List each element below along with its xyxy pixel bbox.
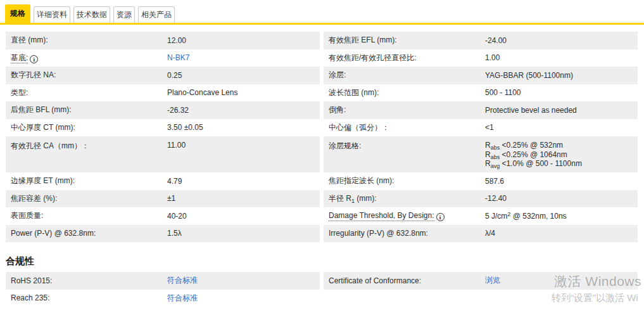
spec-column-left: 直径 (mm): 12.00 基底:i N-BK7 数字孔径 NA: 0.25 … [6, 32, 320, 242]
spec-row-efl: 有效焦距 EFL (mm): -24.00 [324, 32, 638, 49]
spec-column-right: 有效焦距 EFL (mm): -24.00 有效焦距/有效孔径直径比: 1.00… [324, 32, 638, 242]
spec-value: Protective bevel as needed [485, 106, 638, 115]
compliance-label: Reach 235: [6, 293, 167, 302]
spec-label: 中心厚度 CT (mm): [6, 122, 167, 133]
spec-row-coating-spec: 涂层规格: Rabs <0.25% @ 532nm Rabs <0.25% @ … [324, 136, 638, 172]
spec-label: 边缘厚度 ET (mm): [6, 176, 167, 186]
tab-technical-data[interactable]: 技术数据 [73, 6, 110, 23]
spec-label: 中心偏（弧分）： [324, 122, 485, 133]
spec-label: 有效孔径 CA（mm）： [6, 136, 167, 151]
spec-value: 1.00 [485, 53, 638, 62]
spec-row-design-wavelength: 焦距指定波长 (nm): 587.6 [324, 172, 638, 190]
tab-resources[interactable]: 资源 [113, 6, 135, 23]
spec-label: Damage Threshold, By Design:i [324, 211, 485, 222]
spec-value: N-BK7 [167, 53, 320, 62]
compliance-table: RoHS 2015: 符合标准 Reach 235: 符合标准 Certific… [6, 272, 638, 307]
info-icon[interactable]: i [436, 213, 445, 221]
compliance-label: Certificate of Conformance: [324, 276, 485, 285]
spec-label: 焦距容差 (%): [6, 193, 167, 204]
compliance-value: 符合标准 [167, 293, 320, 304]
spec-label: 表面质量: [6, 210, 167, 221]
spec-value: -24.00 [485, 36, 638, 45]
compliance-row-reach: Reach 235: 符合标准 [6, 290, 320, 307]
spec-table: 直径 (mm): 12.00 基底:i N-BK7 数字孔径 NA: 0.25 … [6, 32, 638, 242]
spec-value: 500 - 1100 [485, 88, 638, 97]
spec-label: 波长范围 (nm): [324, 87, 485, 98]
spec-value: 4.79 [167, 177, 320, 186]
spec-label: 焦距指定波长 (nm): [324, 176, 485, 186]
spec-row-diameter: 直径 (mm): 12.00 [6, 32, 320, 49]
spec-label: 有效焦距/有效孔径直径比: [324, 53, 485, 63]
spec-value: Rabs <0.25% @ 532nm Rabs <0.25% @ 1064nm… [485, 136, 638, 169]
tab-underline [0, 23, 644, 25]
spec-row-surface-quality: 表面质量: 40-20 [6, 207, 320, 225]
reach-compliant-link[interactable]: 符合标准 [167, 293, 198, 302]
spec-row-damage-threshold: Damage Threshold, By Design:i 5 J/cm2 @ … [324, 207, 638, 225]
spec-value: 0.25 [167, 71, 320, 80]
spec-row-power: Power (P-V) @ 632.8nm: 1.5λ [6, 225, 320, 243]
spec-label: 涂层: [324, 70, 485, 80]
spec-label: 类型: [6, 87, 167, 98]
compliance-row-certificate: Certificate of Conformance: 浏览 [324, 272, 638, 290]
spec-row-ca: 有效孔径 CA（mm）： 11.00 [6, 136, 320, 172]
spec-value: <1 [485, 123, 638, 132]
spec-value: -12.40 [485, 194, 638, 203]
spec-value: ±1 [167, 194, 320, 203]
spec-row-type: 类型: Plano-Concave Lens [6, 84, 320, 102]
tab-details[interactable]: 详细资料 [34, 6, 70, 23]
tab-bar: 规格 详细资料 技术数据 资源 相关产品 [0, 0, 644, 23]
spec-value: 11.00 [167, 136, 320, 150]
spec-label: 半径 R1 (mm): [324, 193, 485, 204]
tab-related-products[interactable]: 相关产品 [138, 6, 175, 23]
compliance-label: RoHS 2015: [6, 276, 167, 285]
spec-label: Irregularity (P-V) @ 632.8nm: [324, 229, 485, 238]
spec-row-wavelength-range: 波长范围 (nm): 500 - 1100 [324, 84, 638, 102]
spec-label: 倒角: [324, 105, 485, 115]
spec-row-et: 边缘厚度 ET (mm): 4.79 [6, 172, 320, 190]
spec-value: Plano-Concave Lens [167, 88, 320, 97]
spec-label: 涂层规格: [324, 136, 485, 151]
spec-row-substrate: 基底:i N-BK7 [6, 49, 320, 67]
spec-value: -26.32 [167, 106, 320, 115]
spec-row-focal-tolerance: 焦距容差 (%): ±1 [6, 190, 320, 208]
spec-label: 数字孔径 NA: [6, 70, 167, 80]
spec-value: 3.50 ±0.05 [167, 123, 320, 132]
spec-row-fnumber: 有效焦距/有效孔径直径比: 1.00 [324, 49, 638, 67]
spec-row-bfl: 后焦距 BFL (mm): -26.32 [6, 101, 320, 119]
spec-label: 基底:i [6, 53, 167, 64]
spec-value: 12.00 [167, 36, 320, 45]
spec-value: 587.6 [485, 177, 638, 186]
spec-row-centration: 中心偏（弧分）： <1 [324, 119, 638, 137]
coating-spec-line: Rabs <0.25% @ 532nm [485, 141, 634, 150]
compliance-heading: 合规性 [6, 255, 644, 267]
substrate-link[interactable]: N-BK7 [167, 53, 189, 62]
spec-value: 1.5λ [167, 229, 320, 238]
coating-spec-line: Ravg <1.0% @ 500 - 1100nm [485, 159, 634, 169]
rohs-compliant-link[interactable]: 符合标准 [167, 276, 198, 285]
compliance-value: 浏览 [485, 275, 638, 286]
tooltip-label: 基底: [11, 53, 28, 63]
spec-row-ct: 中心厚度 CT (mm): 3.50 ±0.05 [6, 119, 320, 137]
spec-row-na: 数字孔径 NA: 0.25 [6, 67, 320, 84]
coating-spec-line: Rabs <0.25% @ 1064nm [485, 150, 634, 160]
tab-specs[interactable]: 规格 [5, 4, 30, 23]
compliance-column-right: Certificate of Conformance: 浏览 [324, 272, 638, 307]
compliance-row-rohs: RoHS 2015: 符合标准 [6, 272, 320, 290]
spec-label: 直径 (mm): [6, 35, 167, 46]
spec-row-irregularity: Irregularity (P-V) @ 632.8nm: λ/4 [324, 225, 638, 243]
spec-label: 有效焦距 EFL (mm): [324, 35, 485, 46]
compliance-value: 符合标准 [167, 275, 320, 286]
tooltip-label: Damage Threshold, By Design: [329, 211, 434, 221]
spec-value: 5 J/cm2 @ 532nm, 10ns [485, 212, 638, 221]
spec-label: 后焦距 BFL (mm): [6, 105, 167, 115]
certificate-browse-link[interactable]: 浏览 [485, 276, 500, 285]
spec-value: 40-20 [167, 212, 320, 221]
spec-row-coating: 涂层: YAG-BBAR (500-1100nm) [324, 67, 638, 84]
spec-row-bevel: 倒角: Protective bevel as needed [324, 101, 638, 119]
spec-row-radius: 半径 R1 (mm): -12.40 [324, 190, 638, 208]
spec-label: Power (P-V) @ 632.8nm: [6, 229, 167, 238]
spec-value: λ/4 [485, 229, 638, 238]
compliance-column-left: RoHS 2015: 符合标准 Reach 235: 符合标准 [6, 272, 320, 307]
spec-value: YAG-BBAR (500-1100nm) [485, 71, 638, 80]
info-icon[interactable]: i [30, 55, 38, 63]
